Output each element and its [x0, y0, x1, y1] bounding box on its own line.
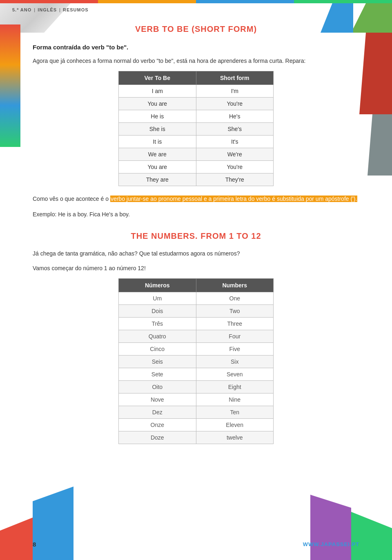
numbers-table-row: Dozetwelve: [119, 431, 274, 444]
numbers-table-row: NoveNine: [119, 393, 274, 406]
numbers-cell-8-0: Nove: [119, 393, 196, 406]
verb-cell-0-0: I am: [119, 85, 196, 98]
bottom-right-deco: [310, 495, 392, 560]
numbers-cell-6-0: Sete: [119, 368, 196, 381]
numbers-cell-2-1: Three: [196, 318, 274, 330]
numbers-cell-9-1: Ten: [196, 406, 274, 419]
section2-intro2: Vamos começar do número 1 ao número 12!: [33, 264, 359, 273]
verb-table-row: They areThey're: [119, 173, 274, 186]
verb-table-row: We areWe're: [119, 148, 274, 161]
header-subject: INGLÊS: [38, 7, 57, 12]
section1-intro: Agora que já conheces a forma normal do …: [33, 56, 359, 65]
numbers-cell-1-0: Dois: [119, 305, 196, 318]
header-sep1: |: [34, 7, 35, 12]
numbers-cell-2-0: Três: [119, 318, 196, 330]
numbers-cell-7-1: Eight: [196, 381, 274, 393]
numbers-cell-9-0: Dez: [119, 406, 196, 419]
numbers-cell-3-0: Quatro: [119, 330, 196, 343]
verb-to-be-table: Ver To Be Short form I amI'mYou areYou'r…: [118, 71, 274, 186]
numbers-table-header-2: Numbers: [196, 279, 274, 292]
numbers-table-row: QuatroFour: [119, 330, 274, 343]
numbers-table-row: SeisSix: [119, 356, 274, 368]
numbers-cell-0-1: One: [196, 292, 274, 305]
verb-cell-5-1: We're: [196, 148, 274, 161]
numbers-table-row: DezTen: [119, 406, 274, 419]
explanation-before: Como vês o que acontece é o: [33, 196, 110, 202]
numbers-cell-5-0: Seis: [119, 356, 196, 368]
verb-cell-0-1: I'm: [196, 85, 274, 98]
verb-table-row: He isHe's: [119, 110, 274, 123]
header-type: RESUMOS: [63, 7, 89, 12]
top-accent-bar: [0, 0, 392, 3]
verb-cell-3-1: She's: [196, 123, 274, 136]
verb-cell-6-1: You're: [196, 161, 274, 173]
numbers-cell-0-0: Um: [119, 292, 196, 305]
verb-table-header-1: Ver To Be: [119, 71, 196, 85]
verb-cell-7-0: They are: [119, 173, 196, 186]
verb-table-row: She isShe's: [119, 123, 274, 136]
verb-table-row: It isIt's: [119, 136, 274, 148]
numbers-cell-5-1: Six: [196, 356, 274, 368]
footer-url: WWW.JAPASSEI.PT: [303, 541, 359, 547]
header-grade: 5.º ANO: [12, 7, 31, 12]
verb-cell-2-1: He's: [196, 110, 274, 123]
numbers-table-row: UmOne: [119, 292, 274, 305]
verb-table-header-2: Short form: [196, 71, 274, 85]
numbers-cell-10-1: Eleven: [196, 419, 274, 431]
verb-table-row: I amI'm: [119, 85, 274, 98]
numbers-cell-8-1: Nine: [196, 393, 274, 406]
verb-cell-4-1: It's: [196, 136, 274, 148]
numbers-cell-11-1: twelve: [196, 431, 274, 444]
section2-intro1: Já chega de tanta gramática, não achas? …: [33, 249, 359, 258]
page-content: VERB TO BE (SHORT FORM) Forma contraída …: [0, 16, 392, 477]
numbers-cell-10-0: Onze: [119, 419, 196, 431]
header-sep2: |: [59, 7, 60, 12]
numbers-cell-3-1: Four: [196, 330, 274, 343]
verb-cell-4-0: It is: [119, 136, 196, 148]
numbers-table-header-1: Números: [119, 279, 196, 292]
verb-cell-6-0: You are: [119, 161, 196, 173]
numbers-cell-6-1: Seven: [196, 368, 274, 381]
numbers-cell-4-0: Cinco: [119, 343, 196, 356]
numbers-table-row: TrêsThree: [119, 318, 274, 330]
numbers-table: Números Numbers UmOneDoisTwoTrêsThreeQua…: [118, 278, 274, 444]
verb-table-row: You areYou're: [119, 161, 274, 173]
verb-cell-2-0: He is: [119, 110, 196, 123]
verb-cell-5-0: We are: [119, 148, 196, 161]
verb-cell-1-1: You're: [196, 98, 274, 110]
numbers-table-row: SeteSeven: [119, 368, 274, 381]
numbers-table-row: DoisTwo: [119, 305, 274, 318]
section1-subtitle: Forma contraída do verb "to be".: [33, 44, 359, 51]
numbers-cell-4-1: Five: [196, 343, 274, 356]
footer: 8 WWW.JAPASSEI.PT: [33, 541, 359, 548]
numbers-table-row: OitoEight: [119, 381, 274, 393]
example-text: Exemplo: He is a boy. Fica He's a boy.: [33, 210, 359, 219]
numbers-table-row: OnzeEleven: [119, 419, 274, 431]
verb-table-row: You areYou're: [119, 98, 274, 110]
explanation-paragraph: Como vês o que acontece é o verbo juntar…: [33, 194, 359, 204]
numbers-cell-1-1: Two: [196, 305, 274, 318]
section2-title: THE NUMBERS. FROM 1 TO 12: [33, 231, 359, 241]
verb-cell-7-1: They're: [196, 173, 274, 186]
footer-page-number: 8: [33, 541, 36, 548]
bottom-left-deco: [0, 487, 82, 560]
verb-cell-1-0: You are: [119, 98, 196, 110]
numbers-table-row: CincoFive: [119, 343, 274, 356]
numbers-table-wrapper: Números Numbers UmOneDoisTwoTrêsThreeQua…: [33, 278, 359, 444]
numbers-cell-7-0: Oito: [119, 381, 196, 393]
explanation-highlight: verbo juntar-se ao pronome pessoal e a p…: [110, 196, 357, 202]
numbers-cell-11-0: Doze: [119, 431, 196, 444]
verb-table-wrapper: Ver To Be Short form I amI'mYou areYou'r…: [33, 71, 359, 186]
verb-cell-3-0: She is: [119, 123, 196, 136]
section1-title: VERB TO BE (SHORT FORM): [33, 24, 359, 34]
